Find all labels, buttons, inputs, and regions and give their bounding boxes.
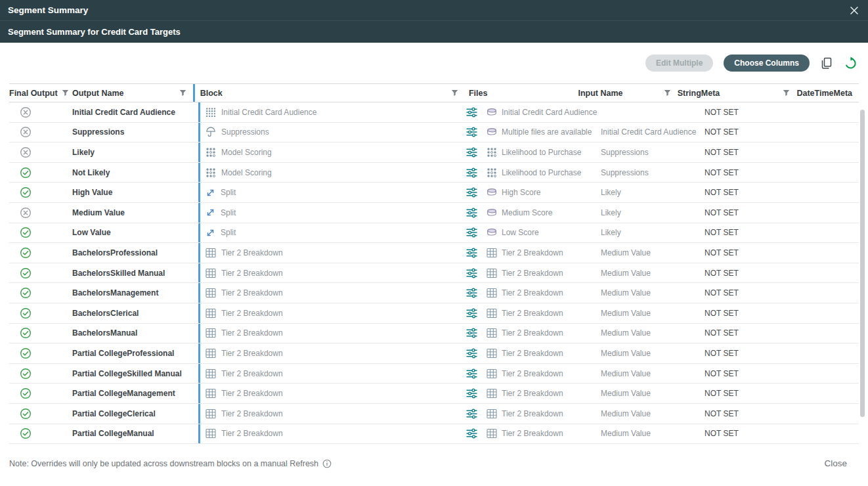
file-name: Tier 2 Breakdown [502,288,563,298]
block-icon [206,147,216,158]
file-icon [487,167,497,178]
mapping-icon[interactable] [466,348,477,359]
table-row[interactable]: BachelorsClerical Tier 2 Breakdown Tier … [9,303,859,324]
edit-multiple-button[interactable]: Edit Multiple [645,55,713,72]
table-row[interactable]: Initial Credit Card Audience Initial Cre… [9,102,859,123]
mapping-icon[interactable] [466,227,477,238]
block-name: Tier 2 Breakdown [221,429,283,438]
mapping-icon[interactable] [466,248,477,258]
table-row[interactable]: Partial CollegeManual Tier 2 Breakdown T… [9,424,859,445]
input-name: Medium Value [601,369,651,378]
mapping-icon[interactable] [466,268,477,278]
block-name: Tier 2 Breakdown [221,409,283,418]
table-row[interactable]: High Value Split High Score Likely NOT S… [9,183,859,203]
filter-icon[interactable] [783,89,790,97]
filter-icon[interactable] [664,89,671,97]
mapping-icon[interactable] [466,187,477,198]
file-name: Tier 2 Breakdown [502,328,563,338]
file-name: Initial Credit Card Audience [502,108,597,117]
close-button[interactable]: Close [824,458,857,468]
block-icon [206,107,216,118]
input-name: Medium Value [601,349,651,358]
mapping-icon[interactable] [466,167,477,178]
file-icon [487,227,497,238]
input-name: Likely [601,208,621,217]
table-row[interactable]: BachelorsProfessional Tier 2 Breakdown T… [9,243,859,263]
file-name: Low Score [502,228,539,237]
dialog-title: Segment Summary [8,5,88,15]
vertical-scrollbar[interactable] [860,110,865,417]
mapping-icon[interactable] [466,368,477,379]
mapping-icon[interactable] [466,388,477,399]
copy-icon[interactable] [820,56,833,70]
table-row[interactable]: Medium Value Split Medium Score Likely N… [9,203,859,223]
output-name: High Value [72,188,112,197]
input-name: Medium Value [601,409,651,418]
table-row[interactable]: Partial CollegeClerical Tier 2 Breakdown… [9,404,859,424]
block-icon [206,428,216,439]
stringmeta-value: NOT SET [705,389,739,398]
choose-columns-button[interactable]: Choose Columns [724,55,810,72]
final-output-status-icon [20,187,32,198]
block-name: Tier 2 Breakdown [221,288,283,298]
refresh-icon[interactable] [844,56,857,70]
mapping-icon[interactable] [466,107,477,118]
table-row[interactable]: Low Value Split Low Score Likely NOT SET [9,223,859,244]
input-name: Medium Value [601,309,651,318]
block-icon [206,409,216,419]
file-icon [487,328,497,338]
mapping-icon[interactable] [466,147,477,158]
input-name: Suppressions [601,168,649,177]
stringmeta-value: NOT SET [705,369,739,378]
table-row[interactable]: Suppressions Suppressions Multiple files… [9,123,859,143]
table-row[interactable]: BachelorsManual Tier 2 Breakdown Tier 2 … [9,324,859,344]
stringmeta-value: NOT SET [705,228,739,237]
stringmeta-value: NOT SET [705,328,739,338]
mapping-icon[interactable] [466,208,477,218]
mapping-icon[interactable] [466,428,477,439]
table-row[interactable]: Not Likely Model Scoring Likelihood to P… [9,163,859,183]
filter-icon[interactable] [451,89,458,97]
table-row[interactable]: Partial CollegeSkilled Manual Tier 2 Bre… [9,364,859,384]
file-name: Tier 2 Breakdown [502,269,563,278]
close-icon[interactable] [848,5,860,16]
output-name: Medium Value [72,208,125,217]
mapping-icon[interactable] [466,308,477,319]
stringmeta-value: NOT SET [705,248,739,257]
final-output-status-icon [20,106,32,118]
column-header-files: Files [469,89,488,98]
table-row[interactable]: Partial CollegeProfessional Tier 2 Break… [9,343,859,364]
output-name: BachelorsManual [72,328,137,338]
info-icon[interactable] [322,459,332,468]
file-icon [487,428,497,439]
table-header-row: Final Output Output Name Block Files Inp… [9,83,859,102]
output-name: Partial CollegeProfessional [72,349,174,358]
filter-icon[interactable] [179,89,186,97]
column-header-output-name: Output Name [72,89,123,98]
column-header-final-output: Final Output [9,89,58,98]
block-icon [206,288,216,298]
mapping-icon[interactable] [466,409,477,419]
file-name: Tier 2 Breakdown [502,309,563,318]
mapping-icon[interactable] [466,328,477,338]
output-name: Partial CollegeManual [72,429,154,438]
file-name: Medium Score [502,208,552,217]
final-output-status-icon [20,428,32,439]
file-name: High Score [502,188,540,197]
stringmeta-value: NOT SET [705,208,739,217]
mapping-icon[interactable] [466,288,477,298]
block-name: Initial Credit Card Audience [221,108,316,117]
table-row[interactable]: Partial CollegeManagement Tier 2 Breakdo… [9,384,859,404]
table-row[interactable]: Likely Model Scoring Likelihood to Purch… [9,143,859,163]
file-icon [487,248,497,258]
table-body: Initial Credit Card Audience Initial Cre… [9,102,859,444]
table-row[interactable]: BachelorsSkilled Manual Tier 2 Breakdown… [9,263,859,284]
block-name: Split [221,228,236,237]
final-output-status-icon [20,387,32,399]
table-row[interactable]: BachelorsManagement Tier 2 Breakdown Tie… [9,283,859,303]
toolbar: Edit Multiple Choose Columns [0,43,868,78]
output-name: Partial CollegeManagement [72,389,175,398]
mapping-icon[interactable] [466,127,477,137]
column-header-block: Block [200,89,223,98]
dialog-subtitle: Segment Summary for Credit Card Targets [0,21,868,43]
